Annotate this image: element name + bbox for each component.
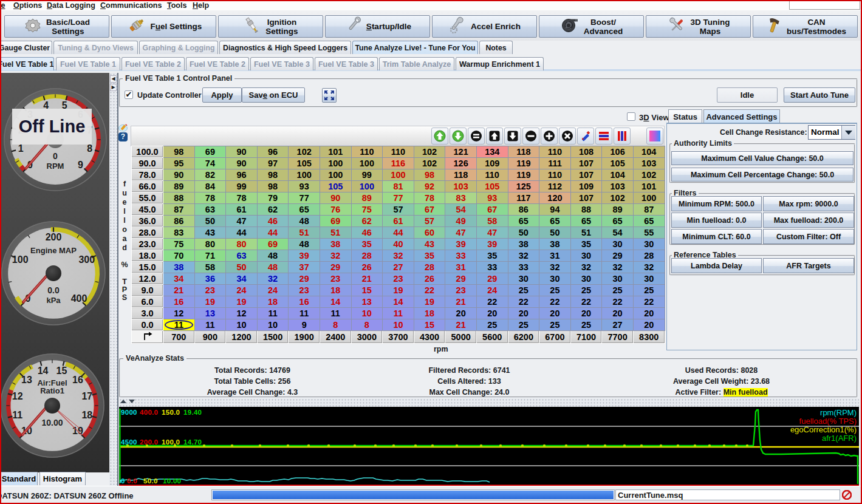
svg-text:10.00: 10.00 [163, 477, 181, 485]
svg-text:50.0: 50.0 [143, 477, 158, 485]
svg-text:17: 17 [81, 391, 92, 401]
svg-text:Engine MAP: Engine MAP [30, 246, 77, 255]
svg-text:9000: 9000 [121, 409, 137, 416]
svg-text:0: 0 [121, 477, 125, 485]
svg-text:11: 11 [12, 410, 22, 420]
svg-text:200.0: 200.0 [140, 438, 158, 446]
svg-text:12: 12 [12, 391, 23, 401]
svg-text:100: 100 [12, 254, 29, 265]
svg-text:13: 13 [21, 375, 32, 385]
svg-text:150.0: 150.0 [162, 409, 180, 416]
svg-text:rpm(RPM): rpm(RPM) [820, 408, 857, 417]
svg-text:300: 300 [78, 254, 95, 265]
svg-text:400: 400 [71, 293, 87, 304]
svg-text:400.0: 400.0 [140, 409, 158, 416]
svg-text:RPM: RPM [47, 162, 64, 171]
svg-text:19.40: 19.40 [183, 409, 202, 416]
svg-text:14: 14 [38, 366, 49, 376]
svg-text:Ratio1: Ratio1 [40, 386, 64, 395]
svg-text:0.0: 0.0 [127, 477, 137, 485]
svg-text:afr1(AFR): afr1(AFR) [822, 434, 857, 443]
svg-text:0: 0 [53, 151, 58, 161]
svg-text:15: 15 [56, 366, 67, 376]
svg-text:8: 8 [87, 143, 92, 154]
svg-text:14.70: 14.70 [183, 438, 202, 446]
svg-text:1: 1 [18, 143, 24, 154]
svg-text:9: 9 [78, 160, 83, 170]
svg-text:16: 16 [72, 375, 83, 385]
svg-text:18: 18 [81, 410, 92, 420]
svg-text:fuelload(% TPS): fuelload(% TPS) [799, 417, 857, 426]
svg-text:10.00: 10.00 [41, 418, 63, 427]
svg-text:200: 200 [46, 232, 62, 242]
svg-text:100.0: 100.0 [162, 438, 180, 446]
svg-text:egoCorrection1(%): egoCorrection1(%) [790, 425, 857, 434]
svg-text:kPa: kPa [46, 296, 61, 305]
svg-text:0.0: 0.0 [47, 285, 60, 295]
svg-text:4500: 4500 [121, 438, 137, 446]
